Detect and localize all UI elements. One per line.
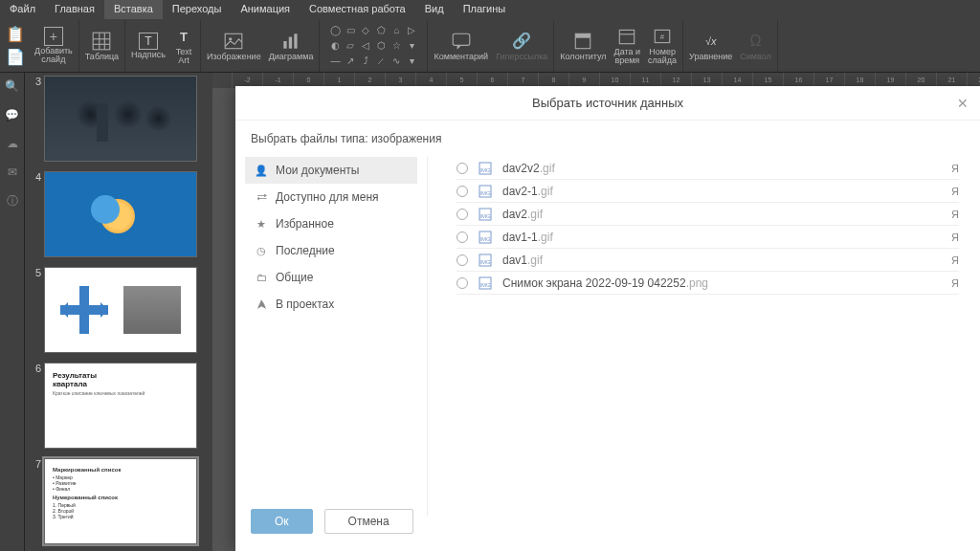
- nav-item-1[interactable]: ⮂ Доступно для меня: [245, 184, 417, 210]
- file-row[interactable]: IMG dav1.gif Я: [457, 249, 959, 272]
- nav-item-label: Доступно для меня: [276, 190, 379, 204]
- paste-icon[interactable]: 📄: [5, 47, 26, 68]
- slide-number: 7: [31, 458, 44, 544]
- slidenum-button[interactable]: # Номер слайда: [648, 26, 677, 65]
- slide-thumbnails: 3 4 5 6 Результаты квартала Краткое опис…: [25, 73, 212, 551]
- nav-item-5[interactable]: ⮝ В проектах: [245, 291, 417, 318]
- svg-rect-7: [283, 41, 286, 49]
- nav-item-0[interactable]: 👤 Мои документы: [245, 157, 417, 184]
- file-row[interactable]: IMG dav2.gif Я: [457, 203, 959, 226]
- file-row[interactable]: IMG dav2v2.gif Я: [457, 157, 959, 180]
- svg-rect-10: [453, 33, 470, 45]
- slide-thumb-5[interactable]: [44, 267, 197, 353]
- svg-rect-14: [620, 30, 635, 43]
- svg-text:IMG: IMG: [479, 259, 491, 265]
- menu-file[interactable]: Файл: [0, 0, 45, 19]
- image-file-icon: IMG: [478, 230, 493, 245]
- image-file-icon: IMG: [478, 207, 493, 222]
- ribbon: 📋 📄 + Добавить слайд Таблица T Надпись T…: [0, 19, 980, 73]
- radio-icon[interactable]: [457, 186, 468, 197]
- slide-thumb-7[interactable]: Маркированный список • Маркер • Развитие…: [44, 458, 197, 544]
- image-file-icon: IMG: [478, 276, 493, 291]
- file-name: dav2-1.gif: [502, 185, 942, 198]
- menu-collab[interactable]: Совместная работа: [300, 0, 415, 19]
- datetime-button[interactable]: Дата и время: [614, 26, 640, 65]
- file-name: dav2v2.gif: [502, 162, 942, 175]
- svg-rect-5: [225, 33, 242, 48]
- image-file-icon: IMG: [478, 253, 493, 268]
- comment-button[interactable]: Комментарий: [434, 31, 488, 61]
- slide-thumb-6[interactable]: Результаты квартала Краткое описание клю…: [44, 363, 197, 449]
- svg-text:IMG: IMG: [479, 167, 491, 173]
- copy-icon[interactable]: 📋: [5, 24, 26, 45]
- svg-text:IMG: IMG: [479, 213, 491, 219]
- menu-animation[interactable]: Анимация: [231, 0, 300, 19]
- user-icon: 👤: [255, 165, 268, 177]
- close-icon[interactable]: ✕: [957, 96, 969, 111]
- dialog-title: Выбрать источник данных ✕: [235, 86, 980, 121]
- cancel-button[interactable]: Отмена: [324, 509, 413, 534]
- menu-insert[interactable]: Вставка: [104, 0, 163, 19]
- radio-icon[interactable]: [457, 277, 468, 289]
- ok-button[interactable]: Ок: [251, 509, 313, 534]
- share-icon: ⮂: [255, 191, 268, 203]
- radio-icon[interactable]: [457, 163, 468, 174]
- file-type-filter: Выбрать файлы типа: изображения: [235, 121, 980, 157]
- svg-point-6: [229, 37, 232, 40]
- file-name: dav1.gif: [502, 253, 942, 267]
- radio-icon[interactable]: [457, 209, 468, 220]
- chart-button[interactable]: Диаграмма: [269, 31, 314, 61]
- comments-icon[interactable]: 💬: [5, 107, 20, 122]
- add-slide-button[interactable]: + Добавить слайд: [34, 27, 73, 64]
- info-icon[interactable]: ⓘ: [5, 193, 20, 209]
- shapes-gallery[interactable]: ◯▭◇⬠⌂▷ ◐▱◁⬡☆▾ —↗⤴⟋∿▾: [325, 21, 421, 71]
- textbox-button[interactable]: T Надпись: [131, 33, 166, 59]
- equation-button[interactable]: √x Уравнение: [689, 31, 732, 61]
- symbol-button: Ω Символ: [740, 31, 770, 61]
- data-source-dialog: Выбрать источник данных ✕ Выбрать файлы …: [235, 86, 980, 551]
- file-row[interactable]: IMG Снимок экрана 2022-09-19 042252.png …: [457, 272, 959, 295]
- svg-rect-8: [289, 36, 292, 48]
- file-row[interactable]: IMG dav1-1.gif Я: [457, 226, 959, 249]
- file-list: IMG dav2v2.gif Я IMG dav2-1.gif Я IMG da…: [427, 157, 980, 517]
- nav-item-3[interactable]: ◷ Последние: [245, 237, 417, 264]
- file-row[interactable]: IMG dav2-1.gif Я: [457, 180, 959, 203]
- nav-item-4[interactable]: 🗀 Общие: [245, 264, 417, 291]
- slide-number: 5: [31, 267, 44, 353]
- nav-item-2[interactable]: ★ Избранное: [245, 210, 417, 237]
- menu-plugins[interactable]: Плагины: [454, 0, 516, 19]
- radio-icon[interactable]: [457, 231, 468, 243]
- image-button[interactable]: Изображение: [207, 31, 261, 61]
- menubar: Файл Главная Вставка Переходы Анимация С…: [0, 0, 980, 19]
- textart-button[interactable]: T Text Art: [173, 26, 194, 65]
- menu-transitions[interactable]: Переходы: [163, 0, 232, 19]
- slide-thumb-3[interactable]: [44, 76, 197, 162]
- nav-item-label: Последние: [276, 244, 335, 257]
- slide-number: 4: [31, 171, 44, 257]
- feedback-icon[interactable]: ✉: [5, 165, 20, 180]
- star-icon: ★: [255, 218, 268, 231]
- file-name: dav2.gif: [502, 208, 942, 221]
- file-owner: Я: [951, 209, 959, 220]
- header-button[interactable]: Колонтитул: [560, 31, 606, 61]
- menu-main[interactable]: Главная: [45, 0, 104, 19]
- hyperlink-button: 🔗 Гиперссылка: [496, 31, 547, 61]
- image-file-icon: IMG: [478, 161, 493, 176]
- nav-item-label: В проектах: [276, 298, 334, 311]
- table-button[interactable]: Таблица: [85, 31, 119, 61]
- drive-icon[interactable]: ☁: [5, 136, 20, 151]
- radio-icon[interactable]: [457, 254, 468, 266]
- find-icon[interactable]: 🔍: [5, 78, 20, 94]
- svg-text:IMG: IMG: [479, 236, 491, 242]
- image-file-icon: IMG: [478, 184, 493, 199]
- slide-number: 3: [31, 76, 44, 162]
- svg-rect-9: [294, 33, 297, 48]
- menu-view[interactable]: Вид: [415, 0, 454, 19]
- slide-thumb-4[interactable]: [44, 171, 197, 257]
- nav-item-label: Мои документы: [276, 164, 359, 177]
- file-owner: Я: [951, 277, 959, 289]
- svg-rect-13: [576, 33, 590, 37]
- file-name: Снимок экрана 2022-09-19 042252.png: [502, 276, 942, 290]
- svg-text:IMG: IMG: [479, 282, 491, 288]
- side-toolbar: 🔍 💬 ☁ ✉ ⓘ: [0, 73, 25, 551]
